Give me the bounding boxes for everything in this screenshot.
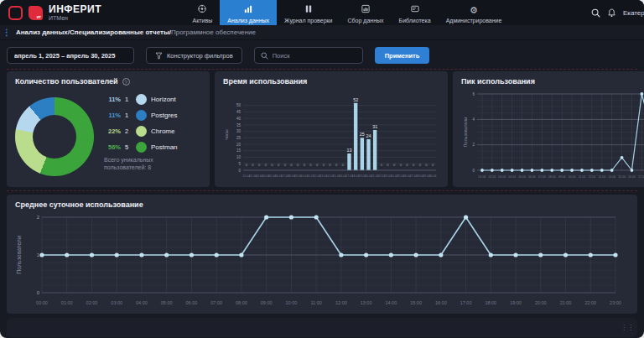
svg-text:часы: часы <box>224 129 229 140</box>
svg-text:0: 0 <box>387 163 389 167</box>
nav-item-5[interactable]: ⚙Администрирование <box>439 0 510 25</box>
main-nav: АктивыАнализ данныхЖурнал проверкиСбор д… <box>185 0 510 25</box>
svg-text:0: 0 <box>246 163 248 167</box>
svg-text:40: 40 <box>236 117 242 121</box>
svg-text:00:00: 00:00 <box>36 300 48 305</box>
collect-icon <box>361 2 371 17</box>
svg-text:Пользователи: Пользователи <box>463 117 468 148</box>
nav-item-1[interactable]: Анализ данных <box>220 0 277 25</box>
panel-user-count: Количество пользователей ? 11%1Horizont1… <box>7 71 210 187</box>
admin-icon: ⚙ <box>470 2 478 17</box>
legend-color-dot <box>136 110 147 121</box>
svg-text:20:00: 20:00 <box>535 300 547 305</box>
search-input[interactable] <box>273 52 356 60</box>
svg-text:09:00: 09:00 <box>261 300 273 305</box>
footer-handle-icon[interactable]: ⋮⋮ <box>621 324 634 331</box>
drag-handle-icon[interactable]: ⋮ <box>0 29 11 37</box>
svg-text:0: 0 <box>381 163 383 167</box>
svg-text:24: 24 <box>366 133 371 138</box>
svg-text:0: 0 <box>432 163 434 167</box>
svg-text:0: 0 <box>316 163 319 167</box>
legend-row-postgres[interactable]: 11%1Postgres <box>104 110 196 121</box>
svg-text:1: 1 <box>37 252 40 257</box>
svg-text:17.04: 17.04 <box>638 175 644 179</box>
legend-color-dot <box>136 142 147 153</box>
journal-icon <box>304 2 314 17</box>
svg-text:13:00: 13:00 <box>361 300 372 305</box>
analytics-icon <box>243 2 253 17</box>
svg-text:0: 0 <box>278 163 280 167</box>
svg-text:31: 31 <box>372 124 377 129</box>
svg-text:14.04: 14.04 <box>608 175 615 179</box>
user-count-donut-chart <box>15 97 94 176</box>
search-field[interactable] <box>254 47 363 64</box>
svg-text:23:00: 23:00 <box>610 300 621 305</box>
svg-text:2: 2 <box>37 215 40 220</box>
nav-item-label: Активы <box>193 18 213 23</box>
apply-button[interactable]: Применить <box>375 47 430 64</box>
svg-text:01:00: 01:00 <box>61 300 73 305</box>
nav-item-2[interactable]: Журнал проверки <box>277 0 340 25</box>
svg-text:03:00: 03:00 <box>111 300 122 305</box>
svg-text:0: 0 <box>304 163 306 167</box>
user-name[interactable]: Екатерина <box>623 9 644 17</box>
svg-text:06:00: 06:00 <box>186 300 198 305</box>
daily-usage-line-chart: 012Пользователи00:0001:0002:0003:0004:00… <box>15 211 627 308</box>
svg-text:0: 0 <box>252 163 254 167</box>
svg-text:13.04: 13.04 <box>598 175 605 179</box>
svg-text:10: 10 <box>236 155 242 159</box>
svg-text:12:00: 12:00 <box>335 300 347 305</box>
svg-text:6: 6 <box>472 92 475 96</box>
svg-text:19:00: 19:00 <box>510 300 522 305</box>
logo-mark-outline <box>8 6 23 20</box>
svg-text:16:00: 16:00 <box>435 300 447 305</box>
legend-row-postman[interactable]: 56%5Postman <box>104 142 196 153</box>
nav-item-0[interactable]: Активы <box>185 0 221 25</box>
svg-text:11:00: 11:00 <box>310 300 321 305</box>
breadcrumb: Анализ данных/Специализированные отчеты/… <box>16 29 256 36</box>
bell-icon[interactable] <box>607 8 616 18</box>
svg-text:08.04: 08.04 <box>548 175 556 179</box>
svg-text:Пользователи: Пользователи <box>16 236 22 274</box>
svg-text:5: 5 <box>238 162 241 166</box>
svg-text:0: 0 <box>425 163 428 167</box>
panel-usage-time-title: Время использования <box>223 77 439 86</box>
legend-label: Horizont <box>151 96 176 103</box>
date-range-input[interactable] <box>8 52 133 60</box>
app-logo[interactable]: ИТ ИНФЕРИТ ИТМен <box>0 0 110 25</box>
svg-text:07:00: 07:00 <box>210 300 222 305</box>
svg-text:0: 0 <box>335 163 338 167</box>
legend-count: 2 <box>125 127 132 135</box>
svg-text:45: 45 <box>236 110 242 114</box>
filter-builder-button[interactable]: Конструктор фильтров <box>146 47 242 64</box>
svg-text:0: 0 <box>37 290 40 295</box>
legend-row-horizont[interactable]: 11%1Horizont <box>104 94 196 105</box>
svg-text:08:00: 08:00 <box>236 300 247 305</box>
svg-text:4: 4 <box>472 117 475 122</box>
nav-item-4[interactable]: Библиотека <box>392 0 439 25</box>
legend-row-chrome[interactable]: 22%2Chrome <box>104 126 196 137</box>
help-icon[interactable]: ? <box>122 78 130 86</box>
svg-text:22:00: 22:00 <box>584 300 596 305</box>
svg-text:14:00: 14:00 <box>385 300 397 305</box>
svg-text:06.04: 06.04 <box>528 175 536 179</box>
search-icon[interactable] <box>591 8 600 18</box>
svg-text:0: 0 <box>238 169 241 173</box>
svg-text:02:00: 02:00 <box>86 300 98 305</box>
nav-item-label: Анализ данных <box>227 18 269 23</box>
filter-builder-label: Конструктор фильтров <box>167 52 233 60</box>
legend-percent: 11% <box>104 96 121 103</box>
legend-count: 1 <box>125 96 132 103</box>
svg-text:0: 0 <box>265 163 267 167</box>
filter-toolbar: Конструктор фильтров Применить <box>0 40 644 69</box>
legend-percent: 56% <box>104 143 121 151</box>
svg-text:18:00: 18:00 <box>485 300 496 305</box>
breadcrumb-bold[interactable]: Анализ данных/Специализированные отчеты/ <box>16 29 171 36</box>
date-range-field[interactable] <box>7 47 134 64</box>
panel-user-count-title: Количество пользователей ? <box>15 77 201 86</box>
legend-count: 5 <box>125 143 132 151</box>
svg-text:0: 0 <box>271 163 273 167</box>
panel-user-count-title-text: Количество пользователей <box>15 77 118 86</box>
legend-footnote: Всего уникальных пользователей: 8 <box>104 156 196 172</box>
nav-item-3[interactable]: Сбор данных <box>340 0 392 25</box>
